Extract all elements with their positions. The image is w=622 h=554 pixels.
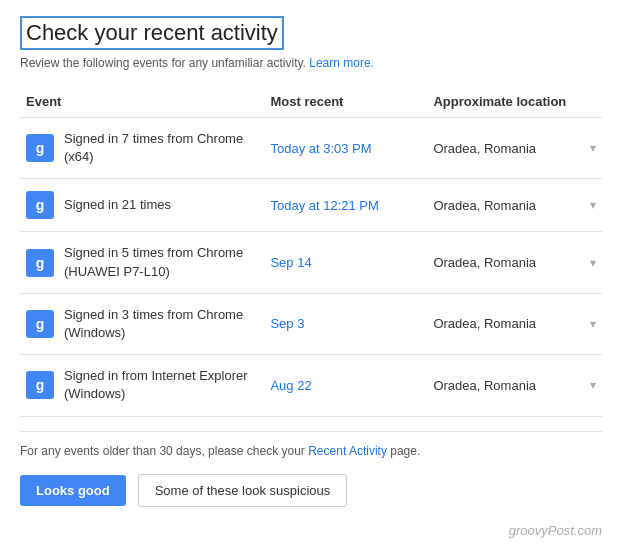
location-cell[interactable]: Oradea, Romania▾ <box>427 355 602 416</box>
google-icon: g <box>26 371 54 399</box>
event-cell: gSigned in 5 times from Chrome (HUAWEI P… <box>20 232 264 293</box>
event-text: Signed in from Internet Explorer (Window… <box>64 367 258 403</box>
event-cell: gSigned in 7 times from Chrome (x64) <box>20 118 264 179</box>
event-text: Signed in 7 times from Chrome (x64) <box>64 130 258 166</box>
page-title: Check your recent activity <box>20 16 284 50</box>
event-text: Signed in 5 times from Chrome (HUAWEI P7… <box>64 244 258 280</box>
chevron-down-icon: ▾ <box>590 256 596 270</box>
location-text: Oradea, Romania <box>433 255 536 270</box>
event-cell: gSigned in 3 times from Chrome (Windows) <box>20 293 264 354</box>
google-icon: g <box>26 134 54 162</box>
location-cell[interactable]: Oradea, Romania▾ <box>427 118 602 179</box>
google-icon: g <box>26 191 54 219</box>
recent-cell: Aug 22 <box>264 355 427 416</box>
table-row[interactable]: gSigned in 5 times from Chrome (HUAWEI P… <box>20 232 602 293</box>
col-location: Approximate location <box>427 86 602 118</box>
chevron-down-icon: ▾ <box>590 378 596 392</box>
chevron-down-icon: ▾ <box>590 317 596 331</box>
location-cell[interactable]: Oradea, Romania▾ <box>427 179 602 232</box>
recent-cell: Today at 12:21 PM <box>264 179 427 232</box>
button-row: Looks good Some of these look suspicious <box>20 474 602 507</box>
event-cell: gSigned in 21 times <box>20 179 264 232</box>
table-row[interactable]: gSigned in 21 timesToday at 12:21 PMOrad… <box>20 179 602 232</box>
chevron-down-icon: ▾ <box>590 198 596 212</box>
location-cell[interactable]: Oradea, Romania▾ <box>427 293 602 354</box>
looks-good-button[interactable]: Looks good <box>20 475 126 506</box>
location-text: Oradea, Romania <box>433 141 536 156</box>
watermark: groovyPost.com <box>509 523 602 538</box>
event-text: Signed in 21 times <box>64 196 171 214</box>
recent-activity-link[interactable]: Recent Activity <box>308 444 387 458</box>
location-text: Oradea, Romania <box>433 198 536 213</box>
footer-note: For any events older than 30 days, pleas… <box>20 431 602 458</box>
google-icon: g <box>26 310 54 338</box>
location-text: Oradea, Romania <box>433 316 536 331</box>
activity-table: Event Most recent Approximate location g… <box>20 86 602 417</box>
col-most-recent: Most recent <box>264 86 427 118</box>
recent-cell: Sep 14 <box>264 232 427 293</box>
recent-cell: Today at 3:03 PM <box>264 118 427 179</box>
google-icon: g <box>26 249 54 277</box>
learn-more-link[interactable]: Learn more. <box>309 56 374 70</box>
table-row[interactable]: gSigned in from Internet Explorer (Windo… <box>20 355 602 416</box>
location-cell[interactable]: Oradea, Romania▾ <box>427 232 602 293</box>
recent-cell: Sep 3 <box>264 293 427 354</box>
table-row[interactable]: gSigned in 7 times from Chrome (x64)Toda… <box>20 118 602 179</box>
table-row[interactable]: gSigned in 3 times from Chrome (Windows)… <box>20 293 602 354</box>
event-text: Signed in 3 times from Chrome (Windows) <box>64 306 258 342</box>
suspicious-button[interactable]: Some of these look suspicious <box>138 474 348 507</box>
location-text: Oradea, Romania <box>433 378 536 393</box>
col-event: Event <box>20 86 264 118</box>
subtitle: Review the following events for any unfa… <box>20 56 602 70</box>
event-cell: gSigned in from Internet Explorer (Windo… <box>20 355 264 416</box>
chevron-down-icon: ▾ <box>590 141 596 155</box>
